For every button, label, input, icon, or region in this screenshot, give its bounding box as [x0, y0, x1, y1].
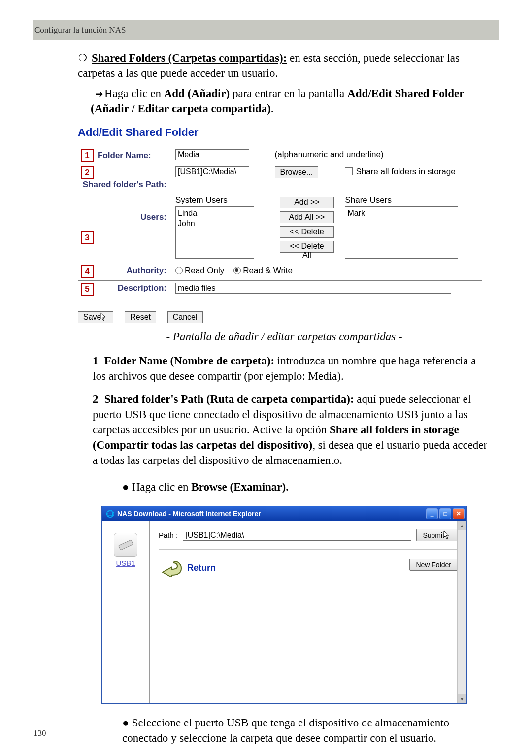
folder-name-label: Folder Name: [98, 151, 154, 160]
list-item-1: 1 Folder Name (Nombre de carpeta): intro… [93, 353, 491, 384]
system-users-list[interactable]: Linda John [175, 206, 254, 259]
scrollbar[interactable]: ▴ ▾ [457, 521, 466, 703]
usb-icon[interactable] [114, 533, 137, 557]
file-area: Return New Folder [159, 549, 458, 696]
page-number: 130 [33, 728, 46, 738]
share-all-label: Share all folders in storage [356, 167, 455, 176]
cursor-icon [100, 312, 108, 323]
list-item-2: 2 Shared folder's Path (Ruta de carpeta … [93, 392, 491, 468]
row-index-2: 2 [81, 166, 94, 179]
authority-readwrite-radio[interactable] [233, 267, 241, 274]
panel-title: Add/Edit Shared Folder [78, 125, 491, 140]
form-table: 1Folder Name: (alphanumeric and underlin… [78, 147, 482, 297]
share-users-title: Share Users [345, 195, 479, 206]
folder-name-input[interactable] [175, 149, 249, 160]
cancel-button[interactable]: Cancel [167, 311, 203, 323]
path-input[interactable] [175, 166, 249, 177]
delete-all-button[interactable]: << Delete All [280, 241, 334, 253]
authority-readonly-label: Read Only [185, 266, 224, 275]
share-all-checkbox[interactable] [345, 167, 353, 175]
browse-sidebar: USB1 [102, 521, 150, 703]
folder-name-hint: (alphanumeric and underline) [272, 147, 482, 164]
path-label: Shared folder's Path: [83, 180, 169, 189]
submit-button[interactable]: Submit [416, 529, 458, 541]
save-button[interactable]: Save [78, 311, 113, 323]
browse-window: 🌐 NAS Download - Microsoft Internet Expl… [101, 506, 467, 704]
browse-main: Path : Submit Return New Folder [150, 521, 466, 703]
window-title: NAS Download - Microsoft Internet Explor… [117, 509, 261, 519]
maximize-button[interactable]: □ [439, 508, 451, 519]
intro-heading: Shared Folders (Carpetas compartidas): [92, 52, 287, 64]
new-folder-button[interactable]: New Folder [409, 559, 458, 571]
description-label: Description: [118, 283, 169, 293]
row-index-5: 5 [81, 283, 94, 296]
authority-readonly-radio[interactable] [175, 267, 183, 274]
share-users-list[interactable]: Mark [345, 206, 458, 259]
browse-path-input[interactable] [183, 530, 411, 541]
usb-label[interactable]: USB1 [102, 559, 149, 568]
reset-button[interactable]: Reset [125, 311, 156, 323]
description-input[interactable] [175, 283, 451, 294]
delete-user-button[interactable]: << Delete [280, 226, 334, 238]
scroll-up-icon[interactable]: ▴ [458, 521, 466, 530]
return-icon [159, 559, 182, 577]
add-user-button[interactable]: Add >> [280, 197, 334, 208]
list-item-2a: ● Haga clic en Browse (Examinar). [122, 479, 491, 494]
window-titlebar: 🌐 NAS Download - Microsoft Internet Expl… [102, 506, 466, 521]
browse-button[interactable]: Browse... [275, 166, 319, 178]
form-actions: Save Reset Cancel [78, 311, 491, 323]
row-index-4: 4 [81, 265, 94, 278]
ie-icon: 🌐 [106, 509, 114, 519]
section-intro: ❍Shared Folders (Carpetas compartidas): … [78, 50, 491, 81]
close-button[interactable]: ✕ [453, 508, 465, 519]
arrow-icon: ➔ [91, 87, 103, 100]
scroll-down-icon[interactable]: ▾ [458, 694, 466, 703]
cursor-icon [443, 530, 451, 541]
figure-caption: - Pantalla de añadir / editar carpetas c… [78, 329, 491, 344]
add-edit-panel: Add/Edit Shared Folder 1Folder Name: (al… [78, 125, 491, 323]
user-move-buttons: Add >> Add All >> << Delete << Delete Al… [275, 195, 339, 261]
authority-readwrite-label: Read & Write [243, 266, 293, 275]
add-all-button[interactable]: Add All >> [280, 211, 334, 223]
row-index-1: 1 [81, 149, 94, 162]
system-users-title: System Users [175, 195, 269, 206]
authority-label: Authority: [127, 266, 169, 275]
list-item-2b: ● Seleccione el puerto USB que tenga el … [122, 715, 491, 746]
minimize-button[interactable]: _ [426, 508, 438, 519]
click-instruction: ➔Haga clic en Add (Añadir) para entrar e… [91, 86, 491, 116]
users-label: Users: [140, 212, 169, 222]
page-header: Configurar la función NAS [33, 20, 499, 40]
row-index-3: 3 [81, 231, 94, 244]
browse-path-label: Path : [159, 530, 178, 540]
bullet-icon: ❍ [78, 51, 88, 65]
